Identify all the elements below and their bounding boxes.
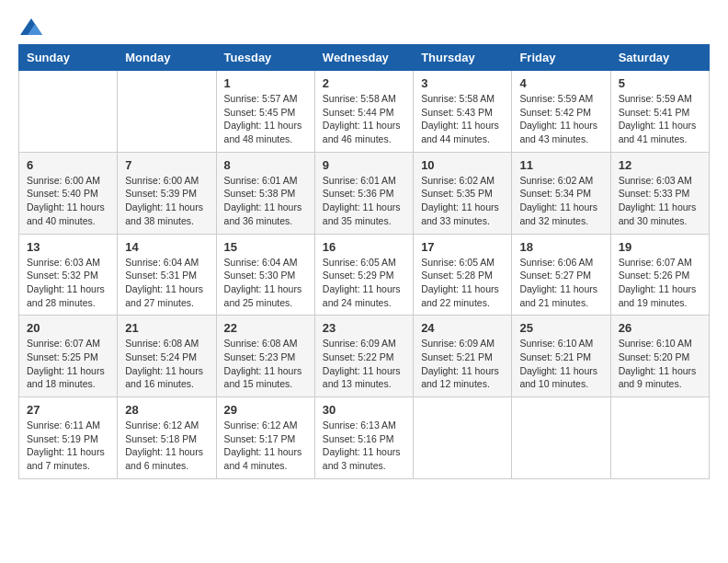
day-number: 14 — [125, 240, 208, 254]
calendar-cell: 26Sunrise: 6:10 AM Sunset: 5:20 PM Dayli… — [610, 316, 709, 397]
calendar-cell: 18Sunrise: 6:06 AM Sunset: 5:27 PM Dayli… — [512, 234, 610, 316]
day-number: 17 — [421, 240, 504, 254]
calendar-cell: 28Sunrise: 6:12 AM Sunset: 5:18 PM Dayli… — [118, 397, 216, 479]
day-info: Sunrise: 6:06 AM Sunset: 5:27 PM Dayligh… — [519, 256, 602, 310]
day-header-thursday: Thursday — [414, 45, 512, 71]
calendar-cell: 24Sunrise: 6:09 AM Sunset: 5:21 PM Dayli… — [414, 316, 512, 397]
day-info: Sunrise: 5:57 AM Sunset: 5:45 PM Dayligh… — [224, 92, 307, 146]
calendar-cell: 3Sunrise: 5:58 AM Sunset: 5:43 PM Daylig… — [414, 71, 512, 153]
day-header-tuesday: Tuesday — [216, 45, 314, 71]
logo — [18, 18, 42, 35]
calendar-cell — [610, 397, 709, 479]
day-header-saturday: Saturday — [610, 45, 709, 71]
day-header-sunday: Sunday — [19, 45, 118, 71]
calendar-cell: 8Sunrise: 6:01 AM Sunset: 5:38 PM Daylig… — [216, 152, 314, 234]
calendar-cell: 25Sunrise: 6:10 AM Sunset: 5:21 PM Dayli… — [512, 316, 610, 397]
day-number: 13 — [27, 240, 109, 254]
day-number: 30 — [323, 403, 405, 417]
day-info: Sunrise: 6:10 AM Sunset: 5:21 PM Dayligh… — [519, 337, 602, 391]
calendar-cell — [512, 397, 610, 479]
day-number: 2 — [323, 76, 405, 90]
day-number: 19 — [619, 240, 701, 254]
day-number: 7 — [125, 158, 208, 172]
day-info: Sunrise: 6:07 AM Sunset: 5:26 PM Dayligh… — [619, 256, 701, 310]
day-info: Sunrise: 6:04 AM Sunset: 5:30 PM Dayligh… — [224, 256, 307, 310]
day-number: 6 — [27, 158, 109, 172]
calendar-week-row: 13Sunrise: 6:03 AM Sunset: 5:32 PM Dayli… — [19, 234, 710, 316]
page-header — [18, 18, 710, 35]
day-number: 26 — [619, 321, 701, 335]
day-number: 18 — [519, 240, 602, 254]
calendar-week-row: 27Sunrise: 6:11 AM Sunset: 5:19 PM Dayli… — [19, 397, 710, 479]
day-info: Sunrise: 6:03 AM Sunset: 5:32 PM Dayligh… — [27, 256, 109, 310]
day-number: 4 — [519, 76, 602, 90]
calendar-cell: 7Sunrise: 6:00 AM Sunset: 5:39 PM Daylig… — [118, 152, 216, 234]
day-number: 27 — [27, 403, 109, 417]
calendar-cell: 2Sunrise: 5:58 AM Sunset: 5:44 PM Daylig… — [314, 71, 413, 153]
day-info: Sunrise: 6:00 AM Sunset: 5:40 PM Dayligh… — [27, 174, 109, 228]
day-header-friday: Friday — [512, 45, 610, 71]
calendar-cell: 19Sunrise: 6:07 AM Sunset: 5:26 PM Dayli… — [610, 234, 709, 316]
day-number: 24 — [421, 321, 504, 335]
day-number: 16 — [323, 240, 405, 254]
day-info: Sunrise: 6:04 AM Sunset: 5:31 PM Dayligh… — [125, 256, 208, 310]
calendar-cell: 17Sunrise: 6:05 AM Sunset: 5:28 PM Dayli… — [414, 234, 512, 316]
day-info: Sunrise: 6:05 AM Sunset: 5:29 PM Dayligh… — [323, 256, 405, 310]
day-number: 25 — [519, 321, 602, 335]
calendar-cell: 30Sunrise: 6:13 AM Sunset: 5:16 PM Dayli… — [314, 397, 413, 479]
calendar-cell: 21Sunrise: 6:08 AM Sunset: 5:24 PM Dayli… — [118, 316, 216, 397]
day-number: 5 — [619, 76, 701, 90]
calendar-cell: 4Sunrise: 5:59 AM Sunset: 5:42 PM Daylig… — [512, 71, 610, 153]
day-info: Sunrise: 6:09 AM Sunset: 5:22 PM Dayligh… — [323, 337, 405, 391]
day-info: Sunrise: 5:59 AM Sunset: 5:41 PM Dayligh… — [619, 92, 701, 146]
day-info: Sunrise: 6:02 AM Sunset: 5:34 PM Dayligh… — [519, 174, 602, 228]
calendar-header-row: SundayMondayTuesdayWednesdayThursdayFrid… — [19, 45, 710, 71]
day-info: Sunrise: 6:12 AM Sunset: 5:17 PM Dayligh… — [224, 419, 307, 473]
day-info: Sunrise: 6:10 AM Sunset: 5:20 PM Dayligh… — [619, 337, 701, 391]
day-header-wednesday: Wednesday — [314, 45, 413, 71]
day-info: Sunrise: 6:12 AM Sunset: 5:18 PM Dayligh… — [125, 419, 208, 473]
day-number: 23 — [323, 321, 405, 335]
calendar-week-row: 6Sunrise: 6:00 AM Sunset: 5:40 PM Daylig… — [19, 152, 710, 234]
day-info: Sunrise: 6:00 AM Sunset: 5:39 PM Dayligh… — [125, 174, 208, 228]
calendar-week-row: 20Sunrise: 6:07 AM Sunset: 5:25 PM Dayli… — [19, 316, 710, 397]
day-info: Sunrise: 6:02 AM Sunset: 5:35 PM Dayligh… — [421, 174, 504, 228]
day-info: Sunrise: 6:01 AM Sunset: 5:36 PM Dayligh… — [323, 174, 405, 228]
day-info: Sunrise: 6:01 AM Sunset: 5:38 PM Dayligh… — [224, 174, 307, 228]
day-info: Sunrise: 6:13 AM Sunset: 5:16 PM Dayligh… — [323, 419, 405, 473]
day-info: Sunrise: 5:58 AM Sunset: 5:44 PM Dayligh… — [323, 92, 405, 146]
calendar-cell: 5Sunrise: 5:59 AM Sunset: 5:41 PM Daylig… — [610, 71, 709, 153]
calendar-cell — [118, 71, 216, 153]
calendar-cell: 1Sunrise: 5:57 AM Sunset: 5:45 PM Daylig… — [216, 71, 314, 153]
day-number: 9 — [323, 158, 405, 172]
day-number: 22 — [224, 321, 307, 335]
calendar-table: SundayMondayTuesdayWednesdayThursdayFrid… — [18, 44, 710, 479]
logo-icon — [20, 18, 42, 35]
day-info: Sunrise: 5:59 AM Sunset: 5:42 PM Dayligh… — [519, 92, 602, 146]
day-number: 8 — [224, 158, 307, 172]
day-info: Sunrise: 6:03 AM Sunset: 5:33 PM Dayligh… — [619, 174, 701, 228]
calendar-cell: 12Sunrise: 6:03 AM Sunset: 5:33 PM Dayli… — [610, 152, 709, 234]
day-number: 20 — [27, 321, 109, 335]
day-number: 10 — [421, 158, 504, 172]
calendar-cell: 15Sunrise: 6:04 AM Sunset: 5:30 PM Dayli… — [216, 234, 314, 316]
calendar-cell: 11Sunrise: 6:02 AM Sunset: 5:34 PM Dayli… — [512, 152, 610, 234]
calendar-cell: 27Sunrise: 6:11 AM Sunset: 5:19 PM Dayli… — [19, 397, 118, 479]
day-info: Sunrise: 5:58 AM Sunset: 5:43 PM Dayligh… — [421, 92, 504, 146]
day-number: 15 — [224, 240, 307, 254]
calendar-cell — [414, 397, 512, 479]
calendar-cell: 10Sunrise: 6:02 AM Sunset: 5:35 PM Dayli… — [414, 152, 512, 234]
calendar-cell: 14Sunrise: 6:04 AM Sunset: 5:31 PM Dayli… — [118, 234, 216, 316]
day-info: Sunrise: 6:09 AM Sunset: 5:21 PM Dayligh… — [421, 337, 504, 391]
day-number: 11 — [519, 158, 602, 172]
day-number: 12 — [619, 158, 701, 172]
day-info: Sunrise: 6:08 AM Sunset: 5:24 PM Dayligh… — [125, 337, 208, 391]
day-number: 29 — [224, 403, 307, 417]
day-info: Sunrise: 6:11 AM Sunset: 5:19 PM Dayligh… — [27, 419, 109, 473]
day-number: 28 — [125, 403, 208, 417]
day-header-monday: Monday — [118, 45, 216, 71]
calendar-cell: 20Sunrise: 6:07 AM Sunset: 5:25 PM Dayli… — [19, 316, 118, 397]
calendar-week-row: 1Sunrise: 5:57 AM Sunset: 5:45 PM Daylig… — [19, 71, 710, 153]
calendar-cell: 22Sunrise: 6:08 AM Sunset: 5:23 PM Dayli… — [216, 316, 314, 397]
calendar-cell: 23Sunrise: 6:09 AM Sunset: 5:22 PM Dayli… — [314, 316, 413, 397]
